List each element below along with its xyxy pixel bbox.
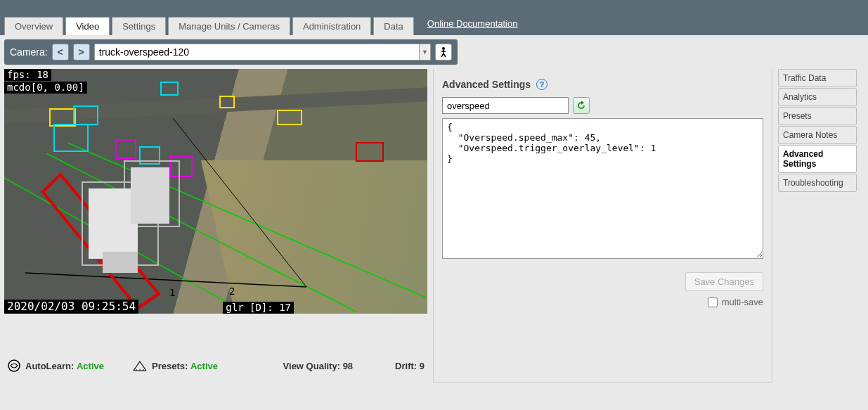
settings-filter-input[interactable] <box>442 97 569 114</box>
camera-accessibility-button[interactable] <box>435 44 452 60</box>
camera-dropdown-toggle[interactable]: ▼ <box>420 44 431 60</box>
tab-bar: Overview Video Settings Manage Units / C… <box>0 14 868 35</box>
drift: Drift: 9 <box>395 361 425 371</box>
advanced-settings-panel: Advanced Settings ? { "Overspeed.speed_m… <box>433 69 772 383</box>
side-tabs: Traffic Data Analytics Presets Camera No… <box>778 69 857 383</box>
timestamp-overlay: 2020/02/03 09:25:54 <box>4 300 138 314</box>
camera-select-input[interactable] <box>94 44 420 60</box>
camera-selector-bar: Camera: < > ▼ <box>4 39 458 65</box>
camera-label: Camera: <box>10 46 48 58</box>
glr-overlay: glr [D]: 17 <box>223 302 294 314</box>
sidetab-analytics[interactable]: Analytics <box>778 88 857 106</box>
mcdo-overlay: mcdo[0, 0.00] <box>4 82 87 94</box>
svg-point-0 <box>442 47 445 50</box>
tab-manage[interactable]: Manage Units / Cameras <box>168 17 290 35</box>
online-documentation-link[interactable]: Online Documentation <box>427 18 518 32</box>
camera-prev-button[interactable]: < <box>52 44 69 60</box>
fps-overlay: fps: 18 <box>4 69 51 81</box>
autolearn-icon <box>7 359 21 373</box>
refresh-button[interactable] <box>573 97 590 114</box>
tab-video[interactable]: Video <box>65 17 110 35</box>
status-row: AutoLearn: Active Presets: Active View Q… <box>4 349 427 383</box>
save-changes-button[interactable]: Save Changes <box>685 272 763 291</box>
sidetab-presets[interactable]: Presets <box>778 107 857 125</box>
panel-title: Advanced Settings <box>442 79 531 90</box>
autolearn-status: Active <box>77 361 104 371</box>
tab-overview[interactable]: Overview <box>4 17 63 35</box>
presets-icon <box>132 359 148 372</box>
lane-1-label: 1 <box>169 287 175 298</box>
sidetab-traffic-data[interactable]: Traffic Data <box>778 69 857 87</box>
settings-json-textarea[interactable]: { "Overspeed.speed_max": 45, "Overspeed.… <box>442 118 763 259</box>
top-banner <box>0 0 868 14</box>
tab-data[interactable]: Data <box>373 17 413 35</box>
multi-save-label: multi-save <box>722 297 763 307</box>
help-icon[interactable]: ? <box>536 79 548 90</box>
video-feed: fps: 18 mcdo[0, 0.00] 2020/02/03 09:25:5… <box>4 69 427 314</box>
tab-settings[interactable]: Settings <box>112 17 166 35</box>
presets-label: Presets: <box>152 361 188 371</box>
view-quality: View Quality: 98 <box>283 361 354 371</box>
multi-save-option[interactable]: multi-save <box>708 297 763 307</box>
lane-2-label: 2 <box>229 286 235 297</box>
sidetab-troubleshooting[interactable]: Troubleshooting <box>778 174 857 192</box>
camera-next-button[interactable]: > <box>73 44 90 60</box>
autolearn-label: AutoLearn: <box>25 361 74 371</box>
sidetab-camera-notes[interactable]: Camera Notes <box>778 126 857 144</box>
multi-save-checkbox[interactable] <box>708 297 718 307</box>
tab-admin[interactable]: Administration <box>292 17 371 35</box>
sidetab-advanced-settings[interactable]: Advanced Settings <box>778 145 857 173</box>
presets-status: Active <box>190 361 218 371</box>
